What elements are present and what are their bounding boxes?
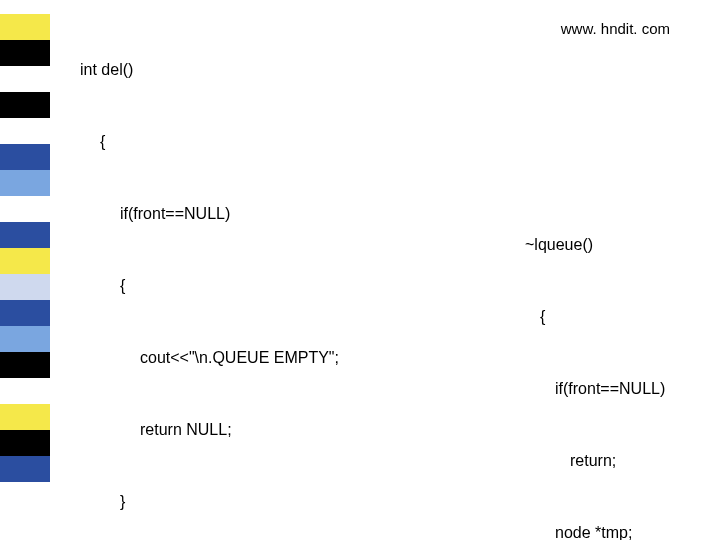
sb-stripe [0, 274, 50, 300]
sb-stripe [0, 40, 50, 66]
sb-stripe [0, 0, 50, 14]
sb-stripe [0, 456, 50, 482]
sb-stripe [0, 144, 50, 170]
sb-stripe [0, 14, 50, 40]
code-block-del: int del() { if(front==NULL) { cout<<"\n.… [80, 10, 339, 540]
code-line: return; [510, 449, 689, 473]
code-line: return NULL; [80, 418, 339, 442]
sb-stripe [0, 222, 50, 248]
sb-stripe [0, 92, 50, 118]
sb-stripe [0, 300, 50, 326]
sb-stripe [0, 430, 50, 456]
sb-stripe [0, 66, 50, 92]
code-line: if(front==NULL) [80, 202, 339, 226]
decorative-sidebar [0, 0, 50, 540]
code-line: node *tmp; [510, 521, 689, 540]
slide-content: www. hndit. com int del() { if(front==NU… [80, 10, 710, 530]
sb-stripe [0, 378, 50, 404]
code-line: int del() [80, 58, 339, 82]
sb-stripe [0, 118, 50, 144]
code-line: { [80, 130, 339, 154]
sb-stripe [0, 170, 50, 196]
code-line: } [80, 490, 339, 514]
header-url: www. hndit. com [561, 18, 670, 41]
code-block-destructor: ~lqueue() { if(front==NULL) return; node… [510, 185, 689, 540]
code-line: { [510, 305, 689, 329]
sb-stripe [0, 326, 50, 352]
sb-stripe [0, 482, 50, 540]
sb-stripe [0, 404, 50, 430]
code-line: ~lqueue() [510, 233, 689, 257]
code-line: { [80, 274, 339, 298]
sb-stripe [0, 196, 50, 222]
sb-stripe [0, 352, 50, 378]
code-line: if(front==NULL) [510, 377, 689, 401]
sb-stripe [0, 248, 50, 274]
code-line: cout<<"\n.QUEUE EMPTY"; [80, 346, 339, 370]
